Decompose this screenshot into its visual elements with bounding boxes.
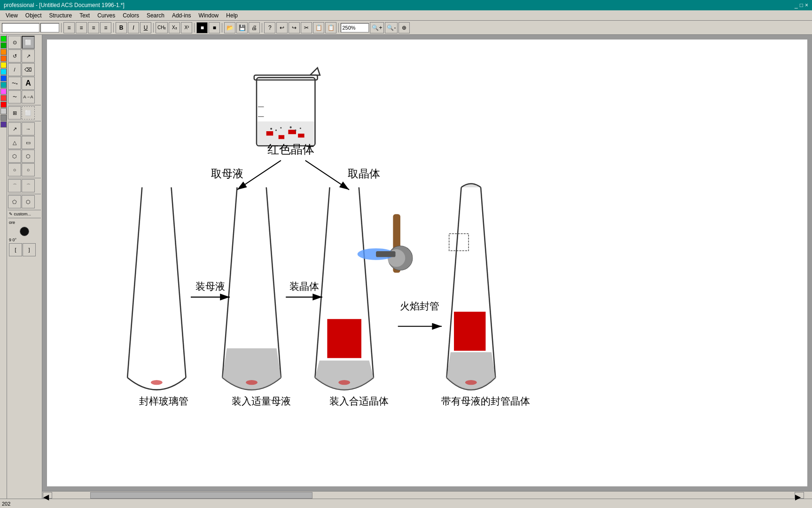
menu-text[interactable]: Text: [76, 11, 94, 20]
bold-btn[interactable]: B: [116, 22, 127, 33]
swatch-teal[interactable]: [0, 82, 7, 88]
zoom-fit-btn[interactable]: ⊕: [398, 22, 410, 33]
hexagon3-tool[interactable]: ⬡: [22, 195, 35, 208]
scroll-thumb-h[interactable]: [90, 492, 312, 499]
triangle-tool[interactable]: △: [8, 136, 21, 149]
swatch-cyan1[interactable]: [0, 69, 7, 75]
swatch-yellow[interactable]: [0, 62, 7, 68]
ellipse-tool[interactable]: ○: [22, 163, 35, 176]
menu-view[interactable]: View: [2, 11, 22, 20]
load-crystal-label: 装晶体: [289, 281, 319, 292]
svg-point-11: [300, 127, 301, 129]
menu-curves[interactable]: Curves: [94, 11, 119, 20]
subscript2-btn[interactable]: X₂: [169, 22, 180, 33]
justify-btn[interactable]: ≡: [100, 22, 111, 33]
menu-structure[interactable]: Structure: [45, 11, 76, 20]
lasso-tool[interactable]: ⊙: [8, 36, 21, 49]
red-crystal-label: 红色晶体: [267, 143, 314, 156]
menu-addins[interactable]: Add-ins: [168, 11, 195, 20]
wave4-tool[interactable]: ⌒: [22, 179, 35, 192]
close-btn[interactable]: ×: [805, 2, 808, 8]
swatch-red1[interactable]: [0, 95, 7, 101]
copy-btn[interactable]: 📋: [313, 22, 324, 33]
open-btn[interactable]: 📂: [224, 22, 235, 33]
maximize-btn[interactable]: □: [800, 2, 803, 8]
swatch-green2[interactable]: [0, 42, 7, 48]
swatch-gray1[interactable]: [0, 108, 7, 114]
cut-btn[interactable]: ✂: [301, 22, 312, 33]
bracket-open-tool[interactable]: [: [9, 243, 22, 256]
menu-help[interactable]: Help: [222, 11, 242, 20]
font-name-input[interactable]: [2, 23, 39, 32]
tool-row-12: ⬠ ⬡: [8, 195, 41, 208]
bracket-close-tool[interactable]: ]: [23, 243, 36, 256]
subscript-btn[interactable]: CH₂: [156, 22, 168, 33]
italic-btn[interactable]: I: [128, 22, 139, 33]
minimize-btn[interactable]: _: [795, 2, 798, 8]
text-tool[interactable]: A: [22, 77, 35, 90]
swatch-pink[interactable]: [0, 88, 7, 95]
canvas-area[interactable]: 红色晶体 取母液 取晶体: [42, 35, 812, 491]
swatch-green1[interactable]: [0, 36, 7, 42]
bracket-tools: [ ]: [8, 243, 41, 257]
svg-rect-35: [449, 234, 468, 251]
color-fill-btn[interactable]: ■: [196, 22, 208, 33]
horizontal-scrollbar[interactable]: ◀ ▶: [42, 491, 812, 499]
wave-tool2[interactable]: 〜: [8, 90, 21, 103]
font-size-input[interactable]: [40, 23, 59, 32]
wave3-tool[interactable]: ⌒: [8, 179, 21, 192]
swatch-blue[interactable]: [0, 75, 7, 81]
circle-tool[interactable]: ○: [8, 163, 21, 176]
menu-object[interactable]: Object: [22, 11, 46, 20]
eraser-tool[interactable]: ⌫: [22, 63, 35, 76]
pointer-tool[interactable]: ↗: [22, 49, 35, 63]
menu-search[interactable]: Search: [143, 11, 168, 20]
menu-bar: View Object Structure Text Curves Colors…: [0, 10, 812, 21]
swatch-purple[interactable]: [0, 121, 7, 127]
pen-tool[interactable]: /: [8, 63, 21, 76]
print-btn[interactable]: 🖨: [249, 22, 260, 33]
underline-btn[interactable]: U: [140, 22, 151, 33]
menu-window[interactable]: Window: [195, 11, 223, 20]
pentagon-tool[interactable]: ⬠: [8, 195, 21, 208]
hexagon-tool[interactable]: ⬡: [8, 150, 21, 163]
zoom-out-btn[interactable]: 🔍-: [385, 22, 398, 33]
svg-marker-2: [310, 68, 320, 75]
svg-rect-27: [327, 319, 361, 358]
zoom-input[interactable]: [341, 23, 369, 32]
paste-btn[interactable]: 📋: [325, 22, 336, 33]
align-left-btn[interactable]: ≡: [63, 22, 75, 33]
scroll-left-btn[interactable]: ◀: [43, 492, 52, 499]
arrow-tool[interactable]: →: [22, 122, 35, 135]
swatch-gray2[interactable]: [0, 115, 7, 121]
superscript-btn[interactable]: X²: [181, 22, 192, 33]
select-rect-tool[interactable]: ⬜: [22, 36, 35, 49]
swatch-red2[interactable]: [0, 102, 7, 108]
tool-number: 9 0°: [8, 237, 41, 243]
rotate-tool[interactable]: ↺: [8, 49, 21, 63]
flame-tool: [358, 214, 413, 272]
rect-tool[interactable]: ▭: [22, 136, 35, 149]
scroll-track-h[interactable]: [53, 492, 794, 499]
scroll-right-btn[interactable]: ▶: [795, 492, 804, 499]
swatch-orange2[interactable]: [0, 56, 7, 62]
wavy-tool[interactable]: 〜ₙ: [8, 77, 21, 90]
save-btn[interactable]: 💾: [236, 22, 248, 33]
undo-btn[interactable]: ↩: [276, 22, 288, 33]
redo-btn[interactable]: ↪: [289, 22, 300, 33]
swatch-orange1[interactable]: [0, 49, 7, 55]
menu-colors[interactable]: Colors: [119, 11, 143, 20]
hexagon2-tool[interactable]: ⬡: [22, 150, 35, 163]
align-center-btn[interactable]: ≡: [76, 22, 87, 33]
zoom-in-btn[interactable]: 🔍+: [370, 22, 384, 33]
window-controls[interactable]: _ □ ×: [795, 2, 808, 8]
title-bar: professional - [Untitled ACS Document 19…: [0, 0, 812, 10]
dotted-rect-tool[interactable]: ⬜: [22, 106, 35, 119]
transform-tool[interactable]: A→A: [22, 90, 35, 103]
line-tool[interactable]: ↗: [8, 122, 21, 135]
align-right-btn[interactable]: ≡: [88, 22, 99, 33]
help-btn[interactable]: ?: [264, 22, 275, 33]
svg-rect-7: [298, 134, 304, 137]
grid-tool[interactable]: ⊞: [8, 106, 21, 119]
color-stroke-btn[interactable]: ■: [209, 22, 220, 33]
